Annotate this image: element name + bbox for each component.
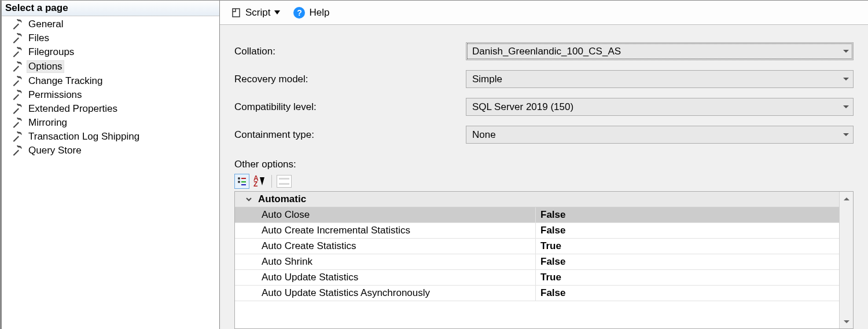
- wrench-icon: [12, 33, 23, 43]
- grid-row-value: True: [536, 240, 839, 252]
- svg-rect-4: [241, 181, 246, 182]
- sidebar-item-permissions[interactable]: Permissions: [2, 88, 219, 102]
- sidebar-item-files[interactable]: Files: [2, 31, 219, 45]
- containment-label: Containment type:: [234, 129, 466, 141]
- grid-row-value: False: [536, 256, 839, 268]
- toolbar: Script ? Help: [220, 1, 868, 25]
- properties-button[interactable]: [277, 174, 292, 189]
- wrench-icon: [12, 19, 23, 30]
- compat-combo[interactable]: SQL Server 2019 (150): [466, 98, 854, 116]
- svg-rect-0: [233, 9, 240, 17]
- compat-value: SQL Server 2019 (150): [472, 101, 573, 113]
- containment-value: None: [472, 129, 496, 141]
- grid-row[interactable]: Auto ShrinkFalse: [235, 254, 839, 270]
- other-options-label: Other options:: [234, 159, 854, 170]
- wrench-icon: [12, 47, 23, 57]
- categorized-icon: [237, 176, 247, 187]
- grid-row[interactable]: Auto Create Incremental StatisticsFalse: [235, 223, 839, 239]
- categorized-button[interactable]: [234, 174, 249, 189]
- grid-row-value: False: [536, 225, 839, 236]
- grid-category-label: Automatic: [258, 193, 306, 205]
- script-label: Script: [245, 7, 270, 19]
- grid-toolbar: AZ: [234, 174, 854, 189]
- scroll-down-icon[interactable]: [840, 315, 853, 328]
- sidebar-list: GeneralFilesFilegroupsOptionsChange Trac…: [2, 16, 219, 158]
- properties-icon: [277, 175, 292, 188]
- grid-row[interactable]: Auto Create StatisticsTrue: [235, 239, 839, 254]
- wrench-icon: [12, 90, 23, 100]
- sidebar-item-filegroups[interactable]: Filegroups: [2, 45, 219, 59]
- grid-row-name: Auto Update Statistics Asynchronously: [262, 287, 430, 299]
- sidebar-item-transaction-log-shipping[interactable]: Transaction Log Shipping: [2, 130, 219, 144]
- chevron-down-icon: [274, 10, 280, 14]
- main-panel: Script ? Help Collation: Danish_Greenlan…: [220, 1, 868, 329]
- sidebar-item-label: Mirroring: [28, 117, 67, 129]
- form: Collation: Danish_Greenlandic_100_CS_AS …: [234, 42, 854, 144]
- chevron-down-icon: [843, 48, 849, 55]
- script-button[interactable]: Script: [227, 6, 284, 20]
- sidebar-item-label: Options: [27, 60, 64, 73]
- help-label: Help: [309, 7, 329, 19]
- alphabetical-button[interactable]: AZ: [251, 174, 267, 189]
- chevron-down-icon: [843, 76, 849, 83]
- sidebar-item-label: Change Tracking: [28, 75, 103, 87]
- grid-category[interactable]: Automatic: [235, 192, 839, 207]
- chevron-down-icon: [843, 104, 849, 111]
- svg-rect-5: [241, 184, 246, 185]
- arrow-down-icon: [260, 177, 264, 185]
- sidebar-item-query-store[interactable]: Query Store: [2, 144, 219, 158]
- sidebar-item-label: Files: [28, 32, 49, 44]
- content: Collation: Danish_Greenlandic_100_CS_AS …: [220, 25, 868, 329]
- scroll-up-icon[interactable]: [840, 192, 853, 206]
- svg-point-1: [238, 177, 240, 180]
- property-grid: AutomaticAuto CloseFalseAuto Create Incr…: [234, 191, 854, 329]
- sidebar-header: Select a page: [2, 1, 219, 16]
- help-icon: ?: [293, 7, 305, 19]
- grid-row[interactable]: Auto Update Statistics AsynchronouslyFal…: [235, 286, 839, 301]
- compat-label: Compatibility level:: [234, 101, 466, 113]
- chevron-down-icon: [244, 195, 253, 204]
- sidebar-item-label: Filegroups: [28, 46, 74, 58]
- collation-combo[interactable]: Danish_Greenlandic_100_CS_AS: [466, 42, 854, 60]
- recovery-combo[interactable]: Simple: [466, 70, 854, 88]
- wrench-icon: [12, 145, 23, 156]
- containment-combo[interactable]: None: [466, 126, 854, 144]
- scrollbar[interactable]: [839, 192, 853, 328]
- grid-row-value: False: [536, 209, 839, 221]
- sidebar-item-label: Permissions: [28, 89, 82, 101]
- wrench-icon: [12, 61, 23, 72]
- grid-row-name: Auto Shrink: [262, 256, 312, 268]
- divider: [271, 175, 272, 188]
- wrench-icon: [12, 104, 23, 114]
- svg-point-3: [238, 181, 240, 183]
- grid-row-value: True: [536, 272, 839, 283]
- grid-row[interactable]: Auto Update StatisticsTrue: [235, 270, 839, 286]
- sidebar-item-change-tracking[interactable]: Change Tracking: [2, 74, 219, 88]
- wrench-icon: [12, 131, 23, 142]
- grid-row-name: Auto Create Statistics: [262, 240, 356, 252]
- grid-row-name: Auto Update Statistics: [262, 272, 358, 283]
- wrench-icon: [12, 118, 23, 128]
- help-button[interactable]: ? Help: [290, 6, 333, 20]
- chevron-down-icon: [843, 131, 849, 138]
- grid-row-value: False: [536, 287, 839, 299]
- sidebar-item-extended-properties[interactable]: Extended Properties: [2, 102, 219, 116]
- wrench-icon: [12, 76, 23, 86]
- collation-label: Collation:: [234, 46, 466, 57]
- script-icon: [231, 8, 241, 18]
- sidebar-item-label: Query Store: [28, 145, 82, 156]
- sidebar: Select a page GeneralFilesFilegroupsOpti…: [0, 1, 220, 329]
- sidebar-item-label: Transaction Log Shipping: [28, 131, 139, 142]
- collation-value: Danish_Greenlandic_100_CS_AS: [472, 46, 621, 57]
- sidebar-item-options[interactable]: Options: [2, 59, 219, 74]
- grid-row[interactable]: Auto CloseFalse: [235, 207, 839, 223]
- grid-row-name: Auto Close: [262, 209, 310, 221]
- sidebar-item-label: Extended Properties: [28, 103, 117, 115]
- svg-rect-2: [241, 178, 246, 179]
- sidebar-item-general[interactable]: General: [2, 17, 219, 31]
- recovery-label: Recovery model:: [234, 74, 466, 85]
- grid-row-name: Auto Create Incremental Statistics: [262, 225, 410, 236]
- recovery-value: Simple: [472, 74, 502, 85]
- sidebar-item-mirroring[interactable]: Mirroring: [2, 116, 219, 130]
- sidebar-item-label: General: [28, 19, 63, 30]
